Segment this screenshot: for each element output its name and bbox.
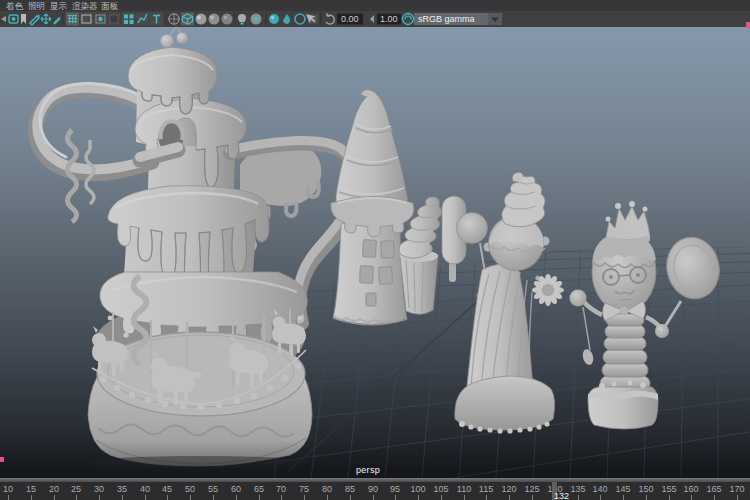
- svg-text:sRGB gamma: sRGB gamma: [418, 14, 475, 24]
- svg-text:0.00: 0.00: [341, 14, 359, 24]
- svg-text:1.00: 1.00: [380, 14, 398, 24]
